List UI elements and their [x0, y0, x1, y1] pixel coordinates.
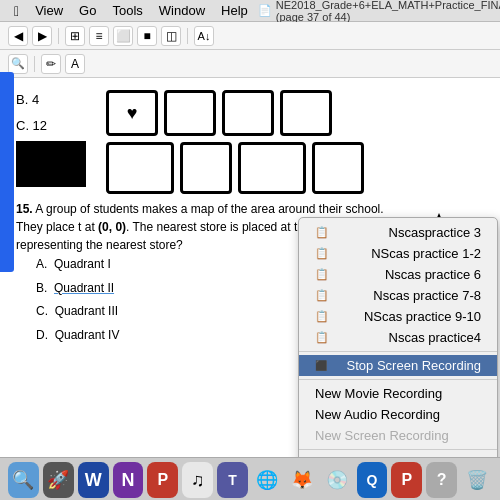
context-menu: 📋 Nscaspractice 3 📋 NScas practice 1-2 📋…	[298, 217, 498, 457]
pdf-toolbar2: 🔍 ✏ A	[0, 50, 500, 78]
big-box-4	[312, 142, 364, 194]
sep1	[58, 28, 59, 44]
doc-icon-3: 📋	[315, 268, 329, 281]
toolbar-pencil[interactable]: ✏	[41, 54, 61, 74]
shapes-row1: ♥	[106, 90, 364, 136]
dock-ppt1[interactable]: P	[147, 462, 178, 498]
dock-finder[interactable]: 🔍	[8, 462, 39, 498]
heart-box: ♥	[106, 90, 158, 136]
file-title: NE2018_Grade+6+ELA_MATH+Practice_FINAL.p…	[276, 0, 500, 23]
toolbar-forward[interactable]: ▶	[32, 26, 52, 46]
menu-view[interactable]: View	[27, 0, 71, 22]
toolbar-grid[interactable]: ⊞	[65, 26, 85, 46]
choice-b-text: Quadrant II	[54, 281, 114, 295]
dock-firefox[interactable]: 🦊	[287, 462, 318, 498]
dock-dvd[interactable]: 💿	[322, 462, 353, 498]
answer-b-label: B. 4	[16, 90, 96, 110]
dock-quicktime[interactable]: Q	[357, 462, 388, 498]
dock: 🔍 🚀 W N P ♫ T 🌐 🦊 💿 Q P ? 🗑️	[0, 457, 500, 500]
dock-onenote[interactable]: N	[113, 462, 144, 498]
apple-menu[interactable]: 	[6, 0, 27, 22]
menu-window[interactable]: Window	[151, 0, 213, 22]
sep3	[34, 56, 35, 72]
dock-launchpad[interactable]: 🚀	[43, 462, 74, 498]
separator-1	[299, 351, 497, 352]
toolbar-list[interactable]: ≡	[89, 26, 109, 46]
main-content: ◀ ▶ ⊞ ≡ ⬜ ■ ◫ A↓ 🔍 ✏ A B. 4 C. 12	[0, 22, 500, 457]
big-box-1	[106, 142, 174, 194]
menu-options[interactable]: Options ▶	[299, 453, 497, 457]
toolbar-back[interactable]: ◀	[8, 26, 28, 46]
menu-nscas12[interactable]: 📋 NScas practice 1-2	[299, 243, 497, 264]
dock-word[interactable]: W	[78, 462, 109, 498]
shape-box-4	[280, 90, 332, 136]
shape-box-2	[164, 90, 216, 136]
toolbar-square[interactable]: ⬜	[113, 26, 133, 46]
sidebar-strip	[0, 72, 14, 272]
top-answers: B. 4 C. 12	[16, 90, 96, 187]
big-box-2	[180, 142, 232, 194]
toolbar-color[interactable]: ■	[137, 26, 157, 46]
dock-teams[interactable]: T	[217, 462, 248, 498]
menu-nscas910[interactable]: 📋 NScas practice 9-10	[299, 306, 497, 327]
menu-stop-recording[interactable]: ⬛ Stop Screen Recording	[299, 355, 497, 376]
choice-d-label: D.	[36, 328, 51, 342]
origin-coord: (0, 0)	[98, 220, 126, 234]
top-section: B. 4 C. 12 ♥	[16, 90, 484, 194]
toolbar-frame[interactable]: ◫	[161, 26, 181, 46]
menu-bar-left:  View Go Tools Window Help	[6, 0, 256, 22]
top-shapes-grid: ♥	[106, 90, 364, 194]
menu-nscas4[interactable]: 📋 Nscas practice4	[299, 327, 497, 348]
toolbar-search[interactable]: 🔍	[8, 54, 28, 74]
choice-b-label: B.	[36, 281, 51, 295]
toolbar-annotate[interactable]: A	[65, 54, 85, 74]
menu-go[interactable]: Go	[71, 0, 104, 22]
menu-nscas3[interactable]: 📋 Nscaspractice 3	[299, 222, 497, 243]
question-number: 15.	[16, 202, 33, 216]
menu-help[interactable]: Help	[213, 0, 256, 22]
big-box-3	[238, 142, 306, 194]
choice-a-label: A.	[36, 257, 51, 271]
doc-icon-2: 📋	[315, 247, 329, 260]
stop-icon: ⬛	[315, 360, 327, 371]
answer-c-label: C. 12	[16, 116, 96, 136]
dock-itunes[interactable]: ♫	[182, 462, 213, 498]
file-icon: 📄	[258, 4, 272, 17]
doc-icon-1: 📋	[315, 226, 329, 239]
toolbar-text[interactable]: A↓	[194, 26, 214, 46]
menu-tools[interactable]: Tools	[104, 0, 150, 22]
shapes-row2	[106, 142, 364, 194]
dock-question[interactable]: ?	[426, 462, 457, 498]
pdf-toolbar: ◀ ▶ ⊞ ≡ ⬜ ■ ◫ A↓	[0, 22, 500, 50]
dock-trash[interactable]: 🗑️	[461, 462, 492, 498]
separator-2	[299, 379, 497, 380]
choice-d-text: Quadrant IV	[55, 328, 120, 342]
dock-chrome[interactable]: 🌐	[252, 462, 283, 498]
menu-new-movie[interactable]: New Movie Recording	[299, 383, 497, 404]
doc-icon-5: 📋	[315, 310, 329, 323]
black-rectangle	[16, 141, 86, 187]
separator-3	[299, 449, 497, 450]
choice-c-text: Quadrant III	[55, 304, 118, 318]
choice-c-label: C.	[36, 304, 51, 318]
shape-box-3	[222, 90, 274, 136]
menu-nscas6[interactable]: 📋 Nscas practice 6	[299, 264, 497, 285]
menu-nscas78[interactable]: 📋 Nscas practice 7-8	[299, 285, 497, 306]
doc-icon-4: 📋	[315, 289, 329, 302]
menu-new-screen: New Screen Recording	[299, 425, 497, 446]
sep2	[187, 28, 188, 44]
menu-new-audio[interactable]: New Audio Recording	[299, 404, 497, 425]
menu-bar:  View Go Tools Window Help 📄 NE2018_Gra…	[0, 0, 500, 22]
choice-a-text: Quadrant I	[54, 257, 111, 271]
dock-ppt2[interactable]: P	[391, 462, 422, 498]
doc-icon-6: 📋	[315, 331, 329, 344]
